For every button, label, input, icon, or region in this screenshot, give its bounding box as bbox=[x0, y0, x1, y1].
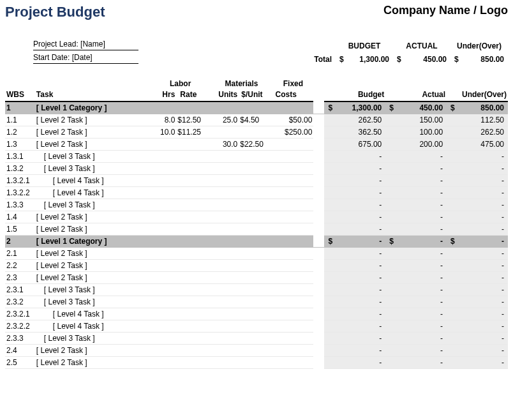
table-row[interactable]: 1.5[ Level 2 Task ]--- bbox=[5, 223, 508, 236]
col-rate: Rate bbox=[176, 89, 210, 101]
col-fcosts: Costs bbox=[273, 89, 314, 101]
table-row[interactable]: 2.3.2[ Level 3 Task ]--- bbox=[5, 296, 508, 308]
totals-header-budget: BUDGET bbox=[336, 41, 393, 50]
page-title: Project Budget bbox=[5, 4, 105, 20]
table-row[interactable]: 1.4[ Level 2 Task ]--- bbox=[5, 211, 508, 223]
table-row[interactable]: 2.1[ Level 2 Task ]--- bbox=[5, 248, 508, 260]
start-date-field[interactable]: Start Date: [Date] bbox=[33, 53, 138, 64]
budget-table: Labor Materials Fixed WBS Task Hrs Rate … bbox=[5, 73, 508, 369]
totals-header-underover: Under(Over) bbox=[450, 41, 508, 50]
table-row[interactable]: 2.3.1[ Level 3 Task ]--- bbox=[5, 284, 508, 296]
table-row[interactable]: 2.4[ Level 2 Task ]--- bbox=[5, 345, 508, 357]
table-row[interactable]: 1.3.3[ Level 3 Task ]--- bbox=[5, 199, 508, 211]
totals-actual: $450.00 bbox=[393, 55, 450, 64]
company-name: Company Name / Logo bbox=[383, 4, 508, 17]
project-lead-field[interactable]: Project Lead: [Name] bbox=[33, 40, 138, 50]
col-task: Task bbox=[35, 89, 151, 101]
table-row[interactable]: 2.3.3[ Level 3 Task ]--- bbox=[5, 333, 508, 345]
totals-label: Total bbox=[314, 55, 332, 64]
category-row[interactable]: 2[ Level 1 Category ]$-$-$- bbox=[5, 236, 508, 248]
table-row[interactable]: 2.3.2.2[ Level 4 Task ]--- bbox=[5, 320, 508, 333]
table-row[interactable]: 2.2[ Level 2 Task ]--- bbox=[5, 260, 508, 272]
group-materials: Materials bbox=[211, 73, 273, 89]
table-row[interactable]: 1.2[ Level 2 Task ]10.0$11.25$250.00362.… bbox=[5, 126, 508, 139]
table-row[interactable]: 1.3.2[ Level 3 Task ]--- bbox=[5, 163, 508, 175]
totals-budget: $1,300.00 bbox=[336, 55, 393, 64]
table-row[interactable]: 2.3.2.1[ Level 4 Task ]--- bbox=[5, 308, 508, 320]
totals-underover: $850.00 bbox=[450, 55, 508, 64]
table-row[interactable]: 1.3.2.1[ Level 4 Task ]--- bbox=[5, 175, 508, 187]
col-punit: $/Unit bbox=[239, 89, 272, 101]
table-row[interactable]: 2.3[ Level 2 Task ]--- bbox=[5, 272, 508, 284]
col-hrs: Hrs bbox=[151, 89, 176, 101]
group-labor: Labor bbox=[151, 73, 211, 89]
table-row[interactable]: 1.1[ Level 2 Task ]8.0$12.5025.0$4.50$50… bbox=[5, 114, 508, 126]
table-row[interactable]: 1.3[ Level 2 Task ]30.0$22.50675.00200.0… bbox=[5, 139, 508, 151]
col-budget: Budget bbox=[324, 89, 385, 101]
col-units: Units bbox=[211, 89, 239, 101]
col-uo: Under(Over) bbox=[447, 89, 508, 101]
table-row[interactable]: 2.5[ Level 2 Task ]--- bbox=[5, 357, 508, 369]
group-fixed: Fixed bbox=[273, 73, 314, 89]
col-actual: Actual bbox=[385, 89, 447, 101]
totals-header-actual: ACTUAL bbox=[393, 41, 450, 50]
category-row[interactable]: 1[ Level 1 Category ]$1,300.00$450.00$85… bbox=[5, 101, 508, 114]
table-row[interactable]: 1.3.1[ Level 3 Task ]--- bbox=[5, 151, 508, 163]
table-row[interactable]: 1.3.2.2[ Level 4 Task ]--- bbox=[5, 187, 508, 199]
col-wbs: WBS bbox=[5, 89, 35, 101]
